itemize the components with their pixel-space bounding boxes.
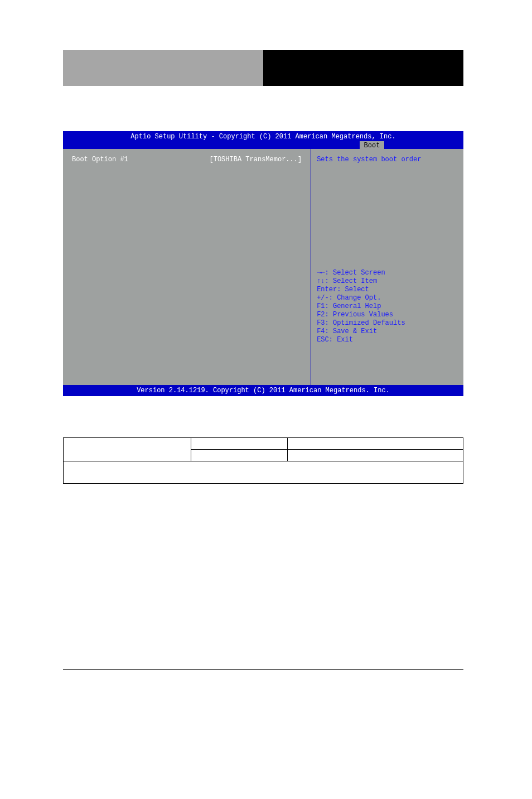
help-esc: ESC: Exit <box>317 336 405 344</box>
help-change-opt: +/-: Change Opt. <box>317 294 405 302</box>
table-cell-value <box>191 450 287 461</box>
bios-title-text: Aptio Setup Utility - Copyright (C) 2011… <box>130 133 395 141</box>
table-cell-label <box>64 438 191 461</box>
bios-help-keys: →←: Select Screen ↑↓: Select Item Enter:… <box>317 269 405 344</box>
boot-option-row: Boot Option #1 [TOSHIBA TransMemor...] <box>72 156 302 163</box>
table-cell-value <box>191 438 287 450</box>
bios-left-pane: Boot Option #1 [TOSHIBA TransMemor...] <box>63 149 311 385</box>
bios-screenshot: Aptio Setup Utility - Copyright (C) 2011… <box>63 131 463 407</box>
bios-right-pane: Sets the system boot order →←: Select Sc… <box>311 149 463 385</box>
bios-title-bar: Aptio Setup Utility - Copyright (C) 2011… <box>63 131 463 148</box>
header-right-block <box>263 50 463 86</box>
help-f1: F1: General Help <box>317 302 405 311</box>
table-row <box>64 461 463 484</box>
boot-option-value: [TOSHIBA TransMemor...] <box>210 156 302 163</box>
table-row <box>64 438 463 450</box>
help-f3: F3: Optimized Defaults <box>317 319 405 328</box>
footer-divider <box>63 669 463 670</box>
header-band <box>63 50 463 86</box>
help-f4: F4: Save & Exit <box>317 328 405 336</box>
help-f2: F2: Previous Values <box>317 311 405 319</box>
bios-footer: Version 2.14.1219. Copyright (C) 2011 Am… <box>63 385 463 396</box>
header-left-block <box>63 50 263 86</box>
help-select-item: ↑↓: Select Item <box>317 277 405 286</box>
options-table <box>63 437 463 484</box>
table-cell-desc <box>287 438 463 450</box>
help-enter: Enter: Select <box>317 286 405 294</box>
bios-description: Sets the system boot order <box>317 156 458 163</box>
table-cell-desc <box>287 450 463 461</box>
bios-body: Boot Option #1 [TOSHIBA TransMemor...] S… <box>63 148 463 385</box>
help-select-screen: →←: Select Screen <box>317 269 405 277</box>
boot-option-label: Boot Option #1 <box>72 156 128 163</box>
table-cell-merged <box>64 461 463 484</box>
